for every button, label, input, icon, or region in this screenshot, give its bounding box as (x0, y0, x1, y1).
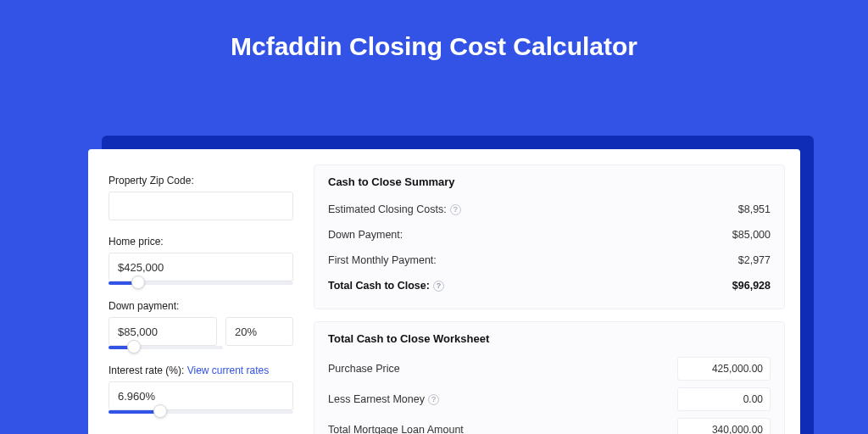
worksheet-row-label: Less Earnest Money? (328, 393, 439, 406)
summary-row-value: $8,951 (738, 203, 771, 215)
down-payment-input[interactable] (108, 317, 217, 346)
interest-rate-slider-fill (108, 410, 160, 414)
worksheet-heading: Total Cash to Close Worksheet (328, 332, 771, 345)
summary-row: Total Cash to Close:?$96,928 (328, 273, 771, 298)
results-column: Cash to Close Summary Estimated Closing … (309, 149, 800, 434)
summary-panel: Cash to Close Summary Estimated Closing … (314, 164, 785, 309)
help-icon[interactable]: ? (433, 281, 444, 292)
zip-input[interactable] (108, 192, 293, 220)
down-payment-slider-thumb[interactable] (127, 340, 141, 353)
zip-label: Property Zip Code: (108, 175, 293, 186)
form-column: Property Zip Code: Home price: Down paym… (88, 149, 309, 434)
summary-row-label: Down Payment: (328, 229, 403, 241)
worksheet-row-input[interactable] (677, 387, 771, 411)
worksheet-panel: Total Cash to Close Worksheet Purchase P… (314, 321, 785, 434)
down-payment-slider[interactable] (108, 346, 223, 349)
summary-row: Down Payment:$85,000 (328, 222, 771, 248)
home-price-slider[interactable] (108, 281, 293, 285)
summary-row-value: $96,928 (732, 280, 771, 292)
summary-row-label: Estimated Closing Costs:? (328, 203, 461, 216)
worksheet-row-label: Purchase Price (328, 363, 400, 375)
summary-row-label: First Monthly Payment: (328, 254, 437, 266)
interest-rate-slider[interactable] (108, 410, 293, 414)
help-icon[interactable]: ? (428, 394, 439, 405)
down-payment-pct-input[interactable] (225, 317, 293, 346)
worksheet-row: Total Mortgage Loan Amount (328, 415, 771, 434)
summary-row: Estimated Closing Costs:?$8,951 (328, 197, 771, 222)
calculator-card: Property Zip Code: Home price: Down paym… (88, 149, 800, 434)
worksheet-row-input[interactable] (677, 357, 771, 381)
worksheet-row-label: Total Mortgage Loan Amount (328, 424, 464, 434)
interest-rate-input[interactable] (108, 381, 293, 410)
view-rates-link[interactable]: View current rates (187, 364, 270, 376)
interest-rate-label-text: Interest rate (%): (108, 364, 184, 376)
worksheet-row: Purchase Price (328, 353, 771, 384)
home-price-slider-thumb[interactable] (131, 275, 145, 289)
summary-row-label: Total Cash to Close:? (328, 280, 444, 292)
home-price-label: Home price: (108, 236, 293, 248)
summary-row-value: $85,000 (732, 229, 771, 241)
summary-row-value: $2,977 (738, 254, 771, 266)
worksheet-row: Less Earnest Money? (328, 384, 771, 415)
worksheet-row-input[interactable] (677, 418, 771, 434)
page-title: Mcfaddin Closing Cost Calculator (0, 0, 868, 61)
interest-rate-label: Interest rate (%): View current rates (108, 364, 293, 376)
help-icon[interactable]: ? (450, 204, 461, 215)
summary-heading: Cash to Close Summary (328, 175, 771, 188)
down-payment-label: Down payment: (108, 300, 293, 312)
interest-rate-slider-thumb[interactable] (153, 404, 167, 418)
summary-row: First Monthly Payment:$2,977 (328, 248, 771, 273)
